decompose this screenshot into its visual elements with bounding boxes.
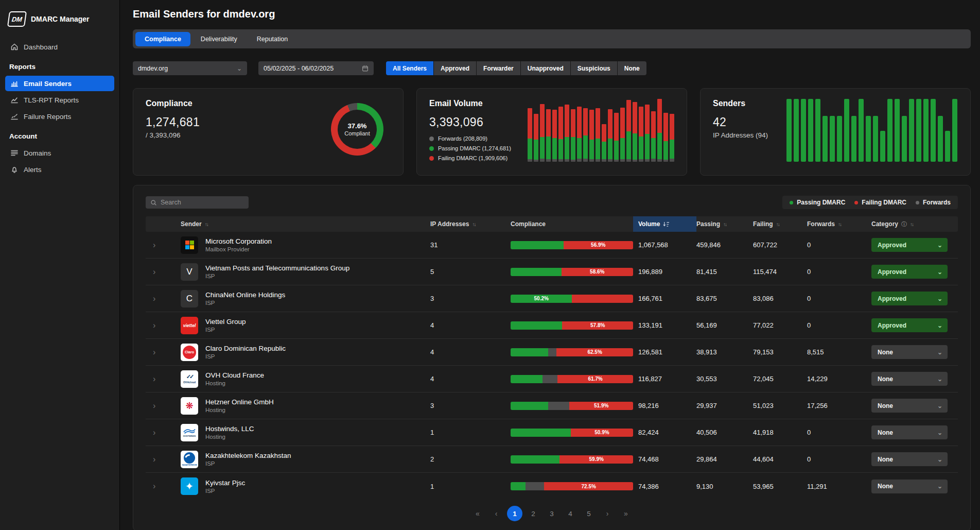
category-select[interactable]: None⌄ <box>871 480 948 493</box>
forwards-cell: 0 <box>807 455 871 463</box>
category-select[interactable]: Approved⌄ <box>871 265 948 279</box>
column-header-category[interactable]: Categoryⓘ↑↓ <box>871 216 958 232</box>
sidebar-item-failure-reports[interactable]: Failure Reports <box>5 109 114 124</box>
volume-bar-segment <box>558 139 563 159</box>
pagination-prev[interactable]: ‹ <box>488 506 504 521</box>
category-select[interactable]: None⌄ <box>871 399 948 413</box>
volume-bar <box>651 111 656 162</box>
ip-count-cell: 4 <box>430 321 511 329</box>
calendar-icon <box>362 65 369 72</box>
filter-forwarder[interactable]: Forwarder <box>477 61 520 75</box>
filter-all-senders[interactable]: All Senders <box>386 61 433 75</box>
pagination-page-2[interactable]: 2 <box>526 506 541 521</box>
pagination-first[interactable]: « <box>470 506 485 521</box>
search-input[interactable] <box>161 199 244 206</box>
date-range-picker[interactable]: 05/02/2025 - 06/02/2025 <box>258 61 374 75</box>
failing-cell: 77,022 <box>753 321 807 329</box>
email-volume-legend: Forwards (208,809)Passing DMARC (1,274,6… <box>429 135 511 161</box>
category-select[interactable]: None⌄ <box>871 452 948 466</box>
sidebar-item-email-senders[interactable]: Email Senders <box>5 76 114 91</box>
column-header-forwards[interactable]: Forwards↑↓ <box>807 216 871 232</box>
filter-approved[interactable]: Approved <box>434 61 476 75</box>
senders-bar <box>873 116 878 162</box>
category-value: None <box>878 375 893 383</box>
sidebar-item-domains[interactable]: Domains <box>5 145 114 161</box>
row-expand-chevron-icon[interactable]: › <box>146 374 166 384</box>
filter-suspicious[interactable]: Suspicious <box>571 61 617 75</box>
logo-circle: Claro <box>183 346 196 359</box>
pagination-page-1[interactable]: 1 <box>507 506 522 521</box>
filter-none[interactable]: None <box>618 61 646 75</box>
logo-letter: C <box>186 294 192 304</box>
row-expand-chevron-icon[interactable]: › <box>146 482 166 491</box>
category-cell: Approved⌄ <box>871 318 958 332</box>
compliance-bar-gray-segment <box>542 375 557 383</box>
column-header-passing[interactable]: Passing↑↓ <box>696 216 753 232</box>
row-expand-chevron-icon[interactable]: › <box>146 294 166 303</box>
senders-bar <box>808 99 813 162</box>
compliance-bar-green-segment <box>511 455 559 464</box>
column-header-failing[interactable]: Failing↑↓ <box>753 216 807 232</box>
tab-compliance[interactable]: Compliance <box>135 32 190 46</box>
ip-count-cell: 31 <box>430 241 511 249</box>
search-box[interactable] <box>146 196 249 209</box>
category-select[interactable]: Approved⌄ <box>871 238 948 252</box>
sender-name-block: Hetzner Online GmbHHosting <box>205 398 274 413</box>
compliance-bar: 57.8% <box>511 321 633 330</box>
column-header-sender[interactable]: Sender↑↓ <box>166 216 430 232</box>
pagination-next[interactable]: › <box>600 506 615 521</box>
row-expand-chevron-icon[interactable]: › <box>146 455 166 464</box>
sidebar-item-label: TLS-RPT Reports <box>24 96 79 104</box>
filter-unapproved[interactable]: Unapproved <box>521 61 570 75</box>
volume-bar <box>540 104 545 162</box>
sender-cell: ✓✓OVHcloudOVH Cloud FranceHosting <box>166 370 430 388</box>
category-cell: Approved⌄ <box>871 238 958 252</box>
brand: DM DMARC Manager <box>5 9 114 38</box>
failing-cell: 44,604 <box>753 455 807 463</box>
row-expand-chevron-icon[interactable]: › <box>146 241 166 250</box>
category-select[interactable]: None⌄ <box>871 372 948 386</box>
category-select[interactable]: None⌄ <box>871 345 948 359</box>
sidebar-item-alerts[interactable]: Alerts <box>5 162 114 177</box>
volume-cell: 74,386 <box>638 483 696 490</box>
category-select[interactable]: Approved⌄ <box>871 318 948 332</box>
tab-reputation[interactable]: Reputation <box>248 32 297 46</box>
pagination-page-3[interactable]: 3 <box>544 506 559 521</box>
pagination-last[interactable]: » <box>618 506 634 521</box>
volume-bar-segment <box>663 113 668 141</box>
column-header-volume[interactable]: Volume <box>633 216 696 232</box>
compliance-bar: 50.2% <box>511 295 633 303</box>
chevron-down-icon: ⌄ <box>937 483 942 490</box>
logo-wordmark: HOSTWINDS <box>183 435 196 437</box>
volume-bar-segment <box>645 105 650 134</box>
category-select[interactable]: None⌄ <box>871 425 948 439</box>
sidebar-item-tls-rpt-reports[interactable]: TLS-RPT Reports <box>5 92 114 108</box>
row-expand-chevron-icon[interactable]: › <box>146 428 166 437</box>
row-expand-chevron-icon[interactable]: › <box>146 401 166 411</box>
pagination-page-4[interactable]: 4 <box>563 506 578 521</box>
sort-icon: ↑↓ <box>472 221 475 227</box>
chevron-down-icon: ⌄ <box>937 402 942 409</box>
sidebar-item-dashboard[interactable]: Dashboard <box>5 39 114 55</box>
compliance-card-title: Compliance <box>146 99 200 108</box>
app-root: DM DMARC Manager DashboardReportsEmail S… <box>0 0 980 530</box>
logo-wordmark: viettel <box>183 323 196 328</box>
row-expand-chevron-icon[interactable]: › <box>146 348 166 357</box>
category-select[interactable]: Approved⌄ <box>871 292 948 305</box>
row-expand-chevron-icon[interactable]: › <box>146 267 166 277</box>
row-expand-chevron-icon[interactable]: › <box>146 321 166 330</box>
senders-bar <box>844 99 849 162</box>
senders-bar <box>923 99 929 162</box>
volume-bar-segment <box>663 141 668 160</box>
volume-bar-segment <box>596 108 600 139</box>
column-label: Compliance <box>511 220 546 228</box>
table-legend: Passing DMARCFailing DMARCForwards <box>782 196 958 209</box>
passing-cell: 9,130 <box>696 483 753 490</box>
pagination-page-5[interactable]: 5 <box>581 506 597 521</box>
column-label: Passing <box>696 220 720 228</box>
domain-select[interactable]: dmdev.org ⌄ <box>133 61 247 75</box>
table-row: ›CChinaNet Online HoldingsISP350.2%166,7… <box>146 285 958 312</box>
column-header-ip-addresses[interactable]: IP Addresses↑↓ <box>430 216 511 232</box>
tab-deliverability[interactable]: Deliverability <box>191 32 247 46</box>
sender-name-block: Claro Dominican RepublicISP <box>205 345 286 360</box>
